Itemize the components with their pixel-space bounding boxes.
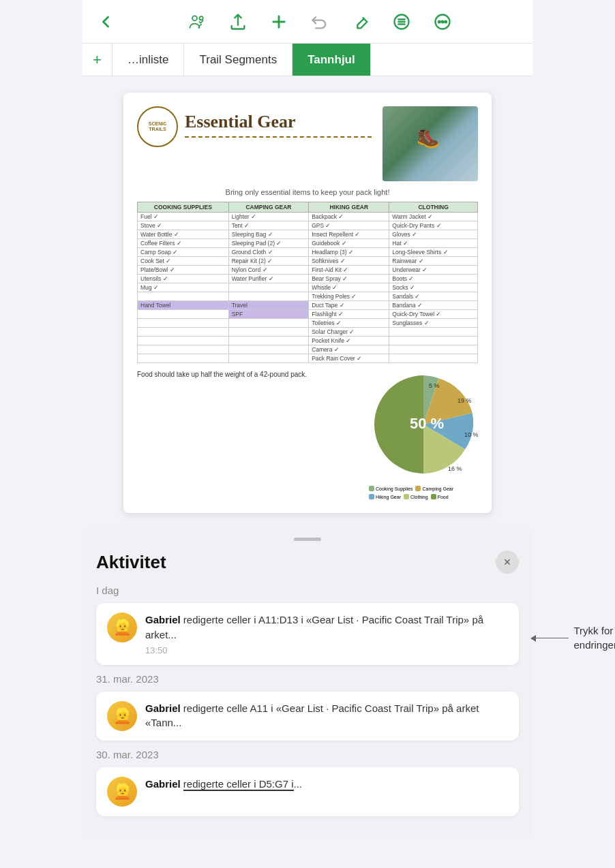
back-button[interactable] (93, 10, 118, 34)
table-row: Cook Set ✓Repair Kit (2) ✓Softknives ✓Ra… (138, 257, 478, 266)
undo-icon[interactable] (308, 10, 332, 34)
highlighted-cell-travel: Travel (228, 301, 309, 310)
main-content: SCENICTRAILS Essential Gear Bring only e… (82, 76, 532, 513)
pie-chart-container: 50 % 5 % 19 % 10 % 16 % Cooking Supplies… (369, 370, 478, 499)
svg-text:50 %: 50 % (410, 415, 444, 432)
gear-logo: SCENICTRAILS (137, 106, 178, 147)
first-entry-wrapper: 👱 Gabriel redigerte celler i A11:D13 i «… (96, 603, 519, 665)
gear-hero-image (382, 106, 478, 181)
svg-text:19 %: 19 % (457, 397, 472, 404)
activity-action-3: redigerte celler i D5:G7 i... (183, 778, 302, 791)
gear-subtitle: Bring only essential items to keep your … (137, 188, 478, 196)
highlighted-cell-spf: SPF (228, 310, 309, 319)
table-row: Toiletries ✓Sunglasses ✓ (138, 319, 478, 328)
svg-point-10 (442, 20, 444, 22)
gear-bottom: Food should take up half the weight of a… (137, 370, 478, 499)
tab-trail-segments[interactable]: Trail Segments (184, 44, 292, 76)
tab-tannhjul[interactable]: Tannhjul (292, 44, 371, 76)
date-label-2: 30. mar. 2023 (96, 749, 519, 760)
table-row: Hand Towel Travel Duct Tape ✓ Bandana ✓ (138, 301, 478, 310)
pie-legend: Cooking Supplies Camping Gear Hiking Gea… (369, 486, 478, 499)
activity-action: redigerte celler i A11:D13 i «Gear List … (145, 614, 483, 640)
markup-icon[interactable] (348, 10, 373, 34)
table-row: Camp Soap ✓Ground Cloth ✓Headlamp (3) ✓L… (138, 248, 478, 257)
activity-user: Gabriel (145, 614, 181, 625)
activity-card-text-3: Gabriel redigerte celler i D5:G7 i... (145, 777, 508, 792)
activity-header: Aktivitet × (96, 551, 519, 574)
col-header-clothing: CLOTHING (389, 202, 478, 213)
svg-point-11 (445, 20, 447, 22)
table-row: Pack Rain Cover ✓ (138, 354, 478, 363)
gear-title: Essential Gear (185, 112, 372, 132)
svg-text:10 %: 10 % (464, 431, 478, 438)
svg-point-1 (200, 16, 203, 20)
activity-card-3[interactable]: 👱 Gabriel redigerte celler i D5:G7 i... (96, 767, 519, 816)
annotation-text: Trykk for å utheve endringer. (574, 623, 616, 652)
gear-table: COOKING SUPPLIES CAMPING GEAR HIKING GEA… (137, 202, 478, 363)
table-row: SPF Flashlight ✓ Quick-Dry Towel ✓ (138, 310, 478, 319)
drag-handle[interactable] (294, 538, 321, 541)
highlighted-cell-handtowel: Hand Towel (138, 301, 229, 310)
tabs-bar: + …inliste Trail Segments Tannhjul (82, 44, 532, 76)
avatar-2: 👱 (107, 701, 137, 731)
svg-text:5 %: 5 % (429, 382, 440, 389)
avatar-3: 👱 (107, 777, 137, 807)
table-row: Fuel ✓Lighter ✓Backpack ✓Warm Jacket ✓ (138, 213, 478, 221)
table-row: Pocket Knife ✓ (138, 337, 478, 345)
pie-chart: 50 % 5 % 19 % 10 % 16 % (369, 370, 478, 479)
table-row: Stove ✓Tent ✓GPS ✓Quick-Dry Pants ✓ (138, 221, 478, 230)
gear-header: SCENICTRAILS Essential Gear (137, 106, 478, 181)
table-row: Trekking Poles ✓Sandals ✓ (138, 292, 478, 301)
svg-point-0 (192, 16, 197, 20)
activity-card-content-3: Gabriel redigerte celler i D5:G7 i... (145, 777, 508, 792)
date-label-1: 31. mar. 2023 (96, 673, 519, 685)
table-row: Mug ✓Whistle ✓Socks ✓ (138, 283, 478, 292)
more-icon[interactable] (430, 10, 455, 34)
annotation-arrow: Trykk for å utheve endringer. (535, 623, 616, 652)
table-row: Solar Charger ✓ (138, 328, 478, 337)
activity-user-2: Gabriel (145, 702, 181, 714)
today-label: I dag (96, 585, 519, 596)
toolbar (82, 0, 532, 44)
activity-card-text: Gabriel redigerte celler i A11:D13 i «Ge… (145, 613, 508, 642)
table-row: Coffee Filters ✓Sleeping Pad (2) ✓Guideb… (138, 239, 478, 248)
activity-time: 13:50 (145, 645, 508, 655)
activity-title: Aktivitet (96, 552, 166, 573)
dashed-divider (185, 136, 372, 138)
tab-sjekkliste[interactable]: …inliste (112, 44, 184, 76)
svg-point-9 (438, 20, 440, 22)
activity-card-content: Gabriel redigerte celler i A11:D13 i «Ge… (145, 613, 508, 655)
table-row: Water Bottle ✓Sleeping Bag ✓Insect Repel… (138, 230, 478, 239)
filter-icon[interactable] (389, 10, 414, 34)
activity-user-3: Gabriel (145, 778, 181, 790)
col-header-cooking: COOKING SUPPLIES (138, 202, 229, 213)
annotation-container: I dag 👱 Gabriel redigerte celler i A11:D… (96, 585, 519, 665)
document-preview: SCENICTRAILS Essential Gear Bring only e… (123, 93, 492, 513)
svg-text:16 %: 16 % (448, 465, 462, 472)
share-icon[interactable] (226, 10, 250, 34)
avatar: 👱 (107, 613, 137, 642)
activity-card[interactable]: 👱 Gabriel redigerte celler i A11:D13 i «… (96, 603, 519, 665)
table-row: Plate/Bowl ✓Nylon Cord ✓First-Aid Kit ✓U… (138, 266, 478, 275)
activity-card-content-2: Gabriel redigerte celle A11 i «Gear List… (145, 701, 508, 731)
col-header-hiking: HIKING GEAR (309, 202, 389, 213)
table-row: Utensils ✓Water Purifier ✓Bear Spray ✓Bo… (138, 275, 478, 283)
add-tab-button[interactable]: + (82, 44, 112, 76)
activity-panel: Aktivitet × I dag 👱 Gabriel redigerte ce… (82, 527, 532, 838)
activity-card-2[interactable]: 👱 Gabriel redigerte celle A11 i «Gear Li… (96, 692, 519, 741)
table-row: Camera ✓ (138, 345, 478, 354)
activity-card-text-2: Gabriel redigerte celle A11 i «Gear List… (145, 701, 508, 731)
add-icon[interactable] (267, 10, 291, 34)
chart-note: Food should take up half the weight of a… (137, 370, 358, 379)
collaborate-icon[interactable] (185, 10, 209, 34)
col-header-camping: CAMPING GEAR (228, 202, 309, 213)
activity-action-2: redigerte celle A11 i «Gear List · Pacif… (145, 702, 479, 729)
activity-close-button[interactable]: × (496, 551, 519, 574)
